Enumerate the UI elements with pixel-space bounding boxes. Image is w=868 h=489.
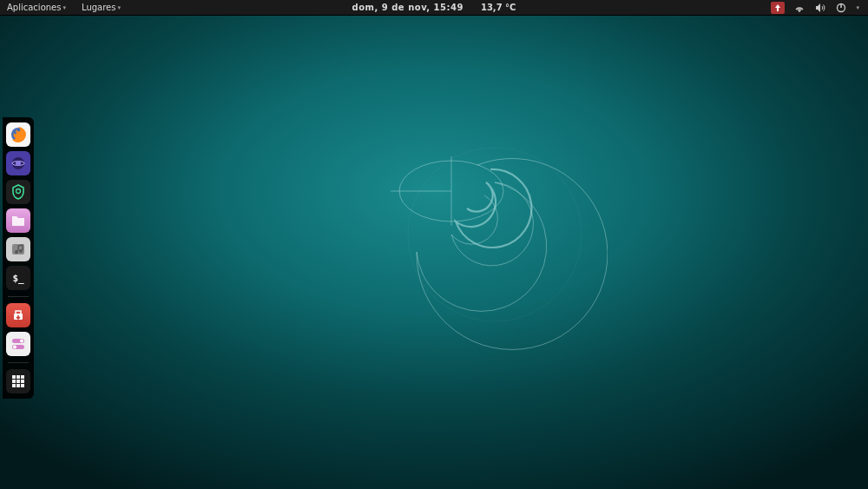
menu-applications[interactable]: Aplicaciones ▾ — [7, 3, 66, 12]
svg-point-17 — [20, 340, 23, 343]
dock-item-transmission[interactable] — [6, 303, 30, 327]
dock-separator — [8, 362, 29, 363]
grid-icon — [10, 373, 26, 389]
volume-icon[interactable] — [814, 2, 826, 14]
system-tray: ▾ — [771, 2, 868, 14]
svg-rect-22 — [21, 375, 24, 379]
svg-rect-20 — [12, 375, 16, 379]
terminal-prompt-icon: $_ — [12, 273, 23, 284]
chevron-down-icon: ▾ — [62, 4, 66, 11]
clock[interactable]: dom, 9 de nov, 15:49 — [352, 3, 464, 12]
svg-point-10 — [16, 161, 21, 166]
dock-item-firefox[interactable] — [6, 122, 30, 147]
dock-item-music-player[interactable] — [6, 237, 30, 261]
dock-item-eclipse[interactable] — [6, 151, 30, 175]
svg-rect-26 — [12, 384, 16, 387]
dock-separator — [8, 296, 29, 297]
dock-item-files[interactable] — [6, 208, 30, 233]
svg-point-0 — [799, 10, 800, 12]
dock-show-applications[interactable] — [6, 369, 30, 393]
svg-point-11 — [16, 189, 21, 194]
power-icon[interactable] — [835, 2, 847, 14]
dock-item-terminal[interactable]: $_ — [6, 266, 30, 290]
svg-rect-27 — [16, 384, 20, 387]
svg-rect-25 — [21, 380, 24, 383]
update-notifier-icon[interactable] — [771, 2, 785, 14]
network-icon[interactable] — [793, 2, 806, 14]
top-panel: Aplicaciones ▾ Lugares ▾ dom, 9 de nov, … — [0, 0, 868, 16]
svg-point-19 — [13, 346, 16, 349]
wallpaper-logo — [365, 122, 608, 365]
menu-places-label: Lugares — [82, 3, 115, 12]
weather-indicator[interactable]: 13,7 °C — [481, 3, 516, 12]
svg-rect-21 — [16, 375, 20, 379]
svg-rect-28 — [21, 384, 24, 387]
chevron-down-icon[interactable]: ▾ — [856, 4, 859, 11]
menu-places[interactable]: Lugares ▾ — [82, 3, 121, 12]
svg-rect-24 — [16, 380, 20, 383]
dock-item-settings-toggle[interactable] — [6, 332, 30, 356]
svg-rect-23 — [12, 380, 16, 383]
chevron-down-icon: ▾ — [117, 4, 121, 11]
menu-applications-label: Aplicaciones — [7, 3, 61, 12]
svg-point-6 — [408, 148, 582, 321]
dock-item-shield-app[interactable] — [6, 180, 30, 204]
launcher-dock: $_ — [3, 117, 34, 399]
svg-point-3 — [399, 161, 503, 221]
